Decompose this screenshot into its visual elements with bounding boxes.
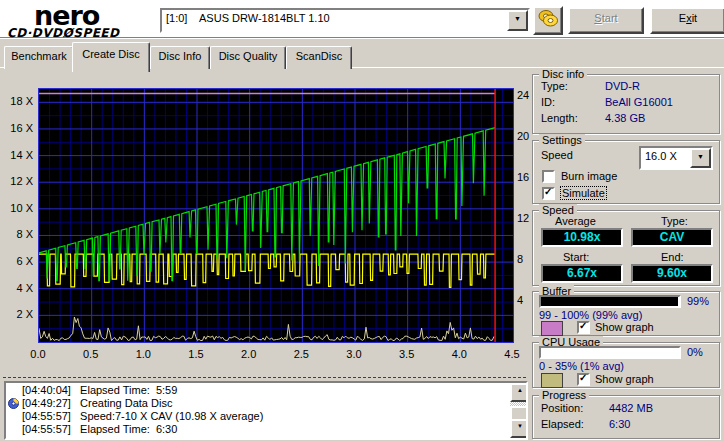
chart-canvas: [39, 89, 513, 342]
x-axis-tick: 2.5: [288, 348, 314, 360]
right-axis-tick: 4: [517, 294, 523, 306]
simulate-checkbox[interactable]: ✓: [542, 187, 555, 200]
start-speed-label: Start:: [563, 251, 589, 263]
buffer-show-graph-checkbox[interactable]: ✓: [577, 321, 590, 334]
speed-type-display: CAV: [631, 228, 713, 247]
left-axis-tick: 6 X: [0, 255, 33, 267]
elapsed-value: 6:30: [609, 418, 630, 430]
tab-scandisc[interactable]: ScanDisc: [286, 46, 352, 69]
focus-dashed-line: [3, 377, 526, 378]
speed-select[interactable]: 16.0 X ▼: [639, 146, 713, 170]
start-button[interactable]: Start: [568, 7, 644, 34]
end-speed-label: End:: [661, 251, 684, 263]
disc-stack-icon: [538, 9, 558, 28]
left-axis-tick: 4 X: [0, 282, 33, 294]
x-axis-tick: 3.0: [341, 348, 367, 360]
right-axis-tick: 16: [517, 171, 529, 183]
drive-selector-dropdown-button[interactable]: ▼: [507, 10, 528, 31]
burn-image-checkbox[interactable]: [542, 170, 555, 183]
average-label: Average: [555, 215, 596, 227]
position-value: 4482 MB: [609, 402, 653, 414]
progress-group-title: Progress: [539, 389, 589, 401]
cpu-color-swatch: [541, 373, 563, 388]
disc-id-label: ID:: [541, 96, 555, 108]
cpu-show-graph-checkbox[interactable]: ✓: [577, 373, 590, 386]
buffer-percent: 99%: [687, 295, 709, 307]
log-line: [04:55:57] Speed:7-10 X CAV (10.98 X ave…: [6, 410, 510, 423]
cpu-bar: [539, 346, 681, 359]
speed-setting-label: Speed: [541, 149, 573, 161]
scroll-up-button[interactable]: ▲: [510, 383, 528, 402]
chart-plot-area: [38, 88, 514, 343]
disc-length-value: 4.38 GB: [605, 112, 645, 124]
type-label: Type:: [661, 215, 688, 227]
settings-title: Settings: [539, 134, 585, 146]
disc-length-label: Length:: [541, 112, 578, 124]
buffer-bar-fill: [541, 297, 678, 306]
disc-id-value: BeAll G16001: [605, 96, 673, 108]
buffer-range: 99 - 100% (99% avg): [539, 309, 642, 321]
disc-type-value: DVD-R: [605, 80, 640, 92]
left-axis-tick: 16 X: [0, 122, 33, 134]
x-axis-tick: 3.5: [394, 348, 420, 360]
speed-select-dropdown-button[interactable]: ▼: [690, 148, 711, 168]
scroll-down-button[interactable]: ▼: [510, 419, 528, 438]
exit-button[interactable]: Exit: [650, 7, 724, 34]
disc-type-label: Type:: [541, 80, 568, 92]
drive-selector[interactable]: [1:0] ASUS DRW-1814BLT 1.10 ▼: [160, 8, 530, 33]
toolbar: nero CD·DVDØSPEED [1:0] ASUS DRW-1814BLT…: [0, 0, 724, 38]
cpu-range: 0 - 35% (1% avg): [539, 360, 624, 372]
buffer-show-graph-label[interactable]: Show graph: [595, 321, 654, 333]
x-axis-tick: 4.0: [446, 348, 472, 360]
elapsed-label: Elapsed:: [541, 418, 584, 430]
x-axis-tick: 1.0: [130, 348, 156, 360]
x-axis-tick: 4.5: [499, 348, 525, 360]
buffer-bar: [539, 295, 681, 308]
log-line: [04:40:04] Elapsed Time: 5:59: [6, 384, 510, 397]
left-axis-tick: 2 X: [0, 308, 33, 320]
right-axis-tick: 12: [517, 212, 529, 224]
cpu-show-graph-label[interactable]: Show graph: [595, 373, 654, 385]
x-axis-tick: 0.0: [25, 348, 51, 360]
app-logo: nero CD·DVDØSPEED: [4, 3, 154, 35]
x-axis-tick: 1.5: [183, 348, 209, 360]
right-axis-tick: 8: [517, 253, 523, 265]
settings-group: Settings Speed 16.0 X ▼ Burn image ✓ Sim…: [532, 140, 720, 204]
tab-create-disc[interactable]: Create Disc: [72, 42, 150, 72]
tab-disc-quality[interactable]: Disc Quality: [210, 46, 286, 69]
cpu-usage-group: CPU Usage 0% 0 - 35% (1% avg) ✓ Show gra…: [532, 342, 720, 388]
progress-group: Progress Position: 4482 MB Elapsed: 6:30: [532, 395, 720, 439]
speed-chart: 18 X16 X14 X12 X10 X8 X6 X4 X2 X24201612…: [0, 67, 530, 377]
disc-info-title: Disc info: [539, 68, 587, 80]
simulate-label[interactable]: Simulate: [561, 187, 606, 199]
x-axis-tick: 0.5: [78, 348, 104, 360]
start-speed-display: 6.67x: [541, 264, 623, 283]
speed-select-value: 16.0 X: [645, 150, 677, 162]
tab-benchmark[interactable]: Benchmark: [4, 46, 74, 69]
average-speed-display: 10.98x: [541, 228, 623, 247]
log-scrollbar[interactable]: ▲ ▼: [510, 383, 526, 438]
speed-group: Speed Average Type: 10.98x CAV Start: En…: [532, 210, 720, 286]
buffer-group: Buffer 99% 99 - 100% (99% avg) ✓ Show gr…: [532, 291, 720, 336]
position-label: Position:: [541, 402, 583, 414]
burn-image-label[interactable]: Burn image: [561, 170, 617, 182]
log-line: [04:55:57] Elapsed Time: 6:30: [6, 423, 510, 436]
tab-disc-info[interactable]: Disc Info: [150, 46, 210, 69]
right-axis-tick: 20: [517, 130, 529, 142]
x-axis-tick: 2.0: [236, 348, 262, 360]
left-axis-tick: 14 X: [0, 149, 33, 161]
disc-tool-button[interactable]: [533, 6, 563, 35]
left-axis-tick: 8 X: [0, 228, 33, 240]
right-axis-tick: 24: [517, 89, 529, 101]
cpu-percent: 0%: [687, 346, 703, 358]
left-axis-tick: 12 X: [0, 175, 33, 187]
left-axis-tick: 18 X: [0, 95, 33, 107]
status-log[interactable]: [04:40:04] Elapsed Time: 5:59[04:49:27] …: [4, 381, 528, 440]
nero-cd-dvd-speed-window: { "header": { "logo_line1": "nero", "log…: [0, 0, 724, 441]
disc-info-group: Disc info Type: DVD-R ID: BeAll G16001 L…: [532, 74, 720, 134]
drive-selector-value: [1:0] ASUS DRW-1814BLT 1.10: [166, 12, 330, 24]
buffer-color-swatch: [541, 321, 563, 336]
cd-dvd-speed-logo-text: CD·DVDØSPEED: [7, 26, 120, 40]
left-axis-tick: 10 X: [0, 202, 33, 214]
end-speed-display: 9.60x: [631, 264, 713, 283]
